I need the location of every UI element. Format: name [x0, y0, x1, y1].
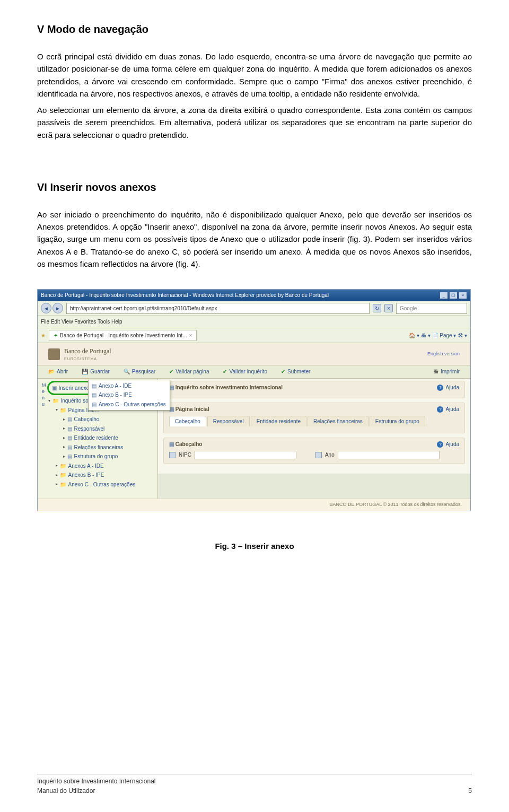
- check-icon: ✔: [223, 368, 227, 376]
- field-icon: [169, 452, 175, 458]
- submenu-anexo-c[interactable]: ▤Anexo C - Outras operações: [91, 400, 168, 409]
- window-titlebar: Banco de Portugal - Inquérito sobre Inve…: [38, 290, 470, 301]
- tree-responsavel[interactable]: ▸▤Responsável: [48, 424, 154, 434]
- submeter-button[interactable]: ✔Submeter: [281, 368, 310, 376]
- paragraph: O ecrã principal está dividido em duas z…: [37, 50, 472, 100]
- tab-title: Banco de Portugal - Inquérito sobre Inve…: [60, 331, 187, 340]
- tree-anexos-a[interactable]: ▸📁Anexos A - IDE: [48, 461, 154, 471]
- help-icon: ?: [437, 441, 443, 448]
- tab-cabecalho[interactable]: Cabeçalho: [169, 416, 206, 427]
- page-icon: ▤: [92, 391, 96, 399]
- help-icon: ?: [437, 406, 443, 413]
- page-icon: ▤: [67, 425, 72, 433]
- ajuda-link[interactable]: ?Ajuda: [437, 405, 459, 414]
- tab-favicon: ✦: [54, 331, 58, 340]
- tab-responsavel[interactable]: Responsável: [207, 416, 250, 427]
- field-label: Ano: [325, 451, 335, 459]
- tab-entidade[interactable]: Entidade residente: [251, 416, 306, 427]
- folder-icon: 📁: [60, 471, 66, 479]
- field-nipc: NIPC: [169, 451, 296, 459]
- bank-name: Banco de Portugal: [64, 346, 111, 356]
- open-icon: 📂: [48, 368, 55, 376]
- tree-cabecalho[interactable]: ▸▤Cabeçalho: [48, 415, 154, 424]
- copyright: BANCO DE PORTUGAL © 2011 Todos os direit…: [38, 499, 470, 511]
- pesquisar-button[interactable]: 🔍Pesquisar: [124, 368, 155, 376]
- refresh-button[interactable]: ↻: [373, 304, 381, 312]
- figure-caption: Fig. 3 – Inserir anexo: [37, 540, 472, 552]
- help-icon: ?: [437, 385, 443, 391]
- stop-button[interactable]: ×: [384, 304, 393, 312]
- folder-icon: 📁: [52, 397, 59, 405]
- nipc-input[interactable]: [195, 451, 296, 459]
- tree-panel: M e n u ▣Inserir anexo ▸ ▾📁Inquérito sob…: [38, 379, 158, 499]
- ajuda-link[interactable]: ?Ajuda: [437, 383, 459, 392]
- paragraph: Ao seleccionar um elemento da árvore, a …: [37, 104, 472, 141]
- tree-anexo-c[interactable]: ▸📁Anexo C - Outras operações: [48, 480, 154, 490]
- ano-input[interactable]: [338, 451, 440, 459]
- page-icon: ▤: [67, 443, 72, 452]
- page-number: 5: [468, 786, 472, 796]
- validar-inquerito-button[interactable]: ✔Validar inquérito: [223, 368, 267, 376]
- page-icon: ▤: [92, 400, 96, 409]
- browser-menu[interactable]: File Edit View Favorites Tools Help: [38, 316, 470, 328]
- search-field[interactable]: Google: [396, 303, 467, 315]
- submenu-anexo-b[interactable]: ▤Anexo B - IPE: [91, 390, 168, 400]
- browser-page-tools[interactable]: 🏠 ▾ 🖶 ▾ 📄 Page ▾ 🛠 ▾: [409, 331, 467, 340]
- validar-pagina-button[interactable]: ✔Validar página: [169, 368, 209, 376]
- folder-icon: 📁: [60, 462, 66, 470]
- tab-close-icon[interactable]: ×: [189, 331, 192, 340]
- ajuda-link[interactable]: ?Ajuda: [437, 440, 459, 449]
- guardar-button[interactable]: 💾Guardar: [82, 368, 110, 376]
- panel-title: ▤ Inquérito sobre Investimento Internaci…: [169, 383, 283, 392]
- browser-screenshot: Banco de Portugal - Inquérito sobre Inve…: [37, 289, 471, 511]
- field-label: NIPC: [179, 451, 191, 459]
- field-icon: [315, 452, 322, 458]
- save-icon: 💾: [82, 368, 88, 376]
- folder-icon: 📁: [60, 406, 66, 415]
- main-panel: ▤ Inquérito sobre Investimento Internaci…: [158, 379, 470, 474]
- imprimir-button[interactable]: 🖶Imprimir: [433, 368, 460, 376]
- check-icon: ✔: [169, 368, 173, 376]
- tree-entidade[interactable]: ▸▤Entidade residente: [48, 433, 154, 443]
- english-version-link[interactable]: English version: [427, 351, 460, 358]
- page-footer: Inquérito sobre Investimento Internacion…: [37, 774, 472, 796]
- panel-pagina-inicial: ▤ Página Inicial ?Ajuda Cabeçalho Respon…: [163, 403, 465, 433]
- abrir-button[interactable]: 📂Abrir: [48, 368, 68, 376]
- forward-button[interactable]: ►: [52, 303, 63, 313]
- doc-icon: ▣: [52, 384, 57, 392]
- tab-estrutura[interactable]: Estrutura do grupo: [370, 416, 425, 427]
- app-toolbar: 📂Abrir 💾Guardar 🔍Pesquisar ✔Validar pági…: [38, 365, 470, 379]
- bank-crest-icon: [48, 348, 60, 360]
- page-icon: ▤: [169, 441, 174, 447]
- browser-tab[interactable]: ✦ Banco de Portugal - Inquérito sobre In…: [49, 330, 197, 342]
- address-bar-row: ◄ ► http://apraintranet-cert.bportugal.p…: [38, 301, 470, 317]
- eurosystem-label: EUROSISTEMA: [64, 356, 111, 362]
- site-header: Banco de Portugal EUROSISTEMA English ve…: [38, 343, 470, 365]
- maximize-button[interactable]: ▢: [449, 292, 458, 299]
- minimize-button[interactable]: _: [440, 292, 448, 299]
- page-icon: ▤: [67, 415, 72, 424]
- panel-inquerito: ▤ Inquérito sobre Investimento Internaci…: [163, 381, 465, 399]
- window-title: Banco de Portugal - Inquérito sobre Inve…: [41, 291, 329, 300]
- close-button[interactable]: ×: [459, 292, 467, 299]
- field-ano: Ano: [315, 451, 440, 459]
- back-button[interactable]: ◄: [41, 303, 51, 313]
- tab-relacoes[interactable]: Relações financeiras: [308, 416, 368, 427]
- heading-section-v: V Modo de navegação: [37, 21, 472, 38]
- url-field[interactable]: http://apraintranet-cert.bportugal.pt/is…: [66, 303, 370, 315]
- inserir-anexo-submenu: ▤Anexo A - IDE ▤Anexo B - IPE ▤Anexo C -…: [88, 380, 170, 411]
- submenu-anexo-a[interactable]: ▤Anexo A - IDE: [91, 381, 168, 391]
- tree-anexos-b[interactable]: ▸📁Anexos B - IPE: [48, 470, 154, 480]
- footer-line-2: Manual do Utilizador: [37, 786, 155, 796]
- print-icon: 🖶: [433, 368, 438, 376]
- page-icon: ▤: [67, 434, 72, 442]
- heading-section-vi: VI Inserir novos anexos: [37, 179, 472, 196]
- window-buttons: _ ▢ ×: [440, 292, 467, 299]
- tree-estrutura[interactable]: ▸▤Estrutura do grupo: [48, 452, 154, 461]
- tree-relacoes[interactable]: ▸▤Relações financeiras: [48, 443, 154, 452]
- panel-cabecalho: ▤ Cabeçalho ?Ajuda NIPC Ano: [163, 438, 465, 464]
- favorites-icon[interactable]: ★: [41, 331, 46, 340]
- tab-strip: Cabeçalho Responsável Entidade residente…: [169, 416, 459, 427]
- menu-vertical-label: M e n u: [42, 382, 48, 490]
- panel-title: ▤ Página Inicial: [169, 405, 209, 414]
